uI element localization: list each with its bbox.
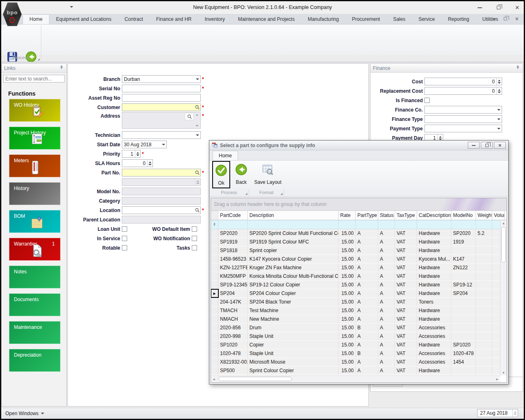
grid-cell[interactable]: 15.00 [339,358,356,366]
grid-cell[interactable]: VAT [395,246,417,255]
column-header-weight[interactable]: Weight [476,211,492,220]
grid-cell[interactable] [476,332,492,340]
ribbon-tab-reporting[interactable]: Reporting [441,15,476,24]
grid-cell[interactable]: Microsoft Mouse [248,358,339,366]
grid-cell[interactable]: 15.00 [339,238,356,246]
spinner-arrows[interactable] [135,150,140,157]
grid-cell[interactable]: Copier [248,341,339,349]
grid-cell[interactable]: A [378,298,395,306]
tasks-checkbox[interactable] [192,245,197,250]
grid-cell[interactable]: Hardware [417,238,451,246]
scroll-arrows[interactable] [194,113,200,128]
grid-cell[interactable]: A [356,366,378,375]
grid-cell[interactable]: New Machine [248,315,339,323]
grid-cell[interactable]: A [378,229,395,237]
grid-cell[interactable] [476,281,492,289]
grid-cell[interactable] [476,272,492,280]
grid-cell[interactable]: 1020-478 [451,349,476,357]
group-by-bar[interactable]: Drag a column header here to group by th… [211,198,507,211]
dialog-group-format[interactable]: Format [249,189,284,196]
sidebar-item-project-history[interactable]: Project History [9,127,61,150]
grid-cell[interactable]: A [378,341,395,349]
table-row[interactable]: 204-147KSP204 Black Toner15.00AAVATToner… [211,298,507,306]
grid-cell[interactable]: 5.2 [476,229,492,237]
ribbon-close-button[interactable]: × [514,16,520,22]
grid-cell[interactable]: A [356,289,378,297]
scrollbar-thumb[interactable] [501,227,506,263]
ribbon-tab-procurement[interactable]: Procurement [346,15,387,24]
grid-cell[interactable] [451,272,476,280]
grid-cell[interactable]: 2020-998 [218,332,248,340]
grid-cell[interactable]: A [356,281,378,289]
sidebar-item-maintenance[interactable]: Maintenance [9,321,61,344]
grid-cell[interactable]: VAT [395,332,417,340]
grid-cell[interactable]: 204-147K [218,298,248,306]
filter-cell-catdescription[interactable] [417,220,451,229]
grid-cell[interactable]: 15.00 [339,289,356,297]
grid-cell[interactable]: VAT [395,229,417,237]
grid-cell[interactable] [451,324,476,332]
grid-cell[interactable] [476,349,492,357]
group-launcher-icon[interactable] [245,193,247,195]
filter-cell-status[interactable] [378,220,395,229]
column-header-modelno[interactable]: ModelNo [451,211,476,220]
grid-cell[interactable]: VAT [395,358,417,366]
pin-icon[interactable] [516,65,520,71]
customer-lookup-input[interactable] [122,103,201,111]
ribbon-tab-maintenance-and-projects[interactable]: Maintenance and Projects [231,15,301,24]
grid-cell[interactable]: A [356,229,378,237]
grid-cell[interactable]: A [356,341,378,349]
grid-cell[interactable]: SP1020 [451,341,476,349]
grid-filter-row[interactable] [211,220,507,229]
ok-button[interactable]: Ok [212,161,230,188]
grid-cell[interactable]: SP1919 Sprint Colour MFC [248,238,339,246]
column-header-description[interactable]: Description [248,211,339,220]
group-launcher-icon[interactable] [38,58,40,60]
ribbon-tab-home[interactable]: Home [22,14,49,24]
grid-cell[interactable]: 1020-478 [218,349,248,357]
grid-cell[interactable]: VAT [395,289,417,297]
grid-cell[interactable]: A [356,298,378,306]
grid-cell[interactable] [476,315,492,323]
save-layout-button[interactable]: Save Layout [254,161,282,188]
dialog-minimize-button[interactable] [468,142,480,149]
table-row[interactable]: TMACHTest Machine15.00AAVATHardware [211,306,507,315]
table-row[interactable]: KZN-122TFBKruger ZN Fax Machine15.00AAVA… [211,264,507,272]
filter-cell-rate[interactable] [339,220,356,229]
grid-cell[interactable]: SP204 [218,289,248,297]
grid-cell[interactable]: SP2020 Sprint Colour Multi Functional Co… [248,229,339,237]
ribbon-tab-inventory[interactable]: Inventory [198,15,231,24]
grid-cell[interactable]: A [356,306,378,315]
grid-cell[interactable] [451,306,476,315]
search-icon[interactable] [194,169,200,176]
grid-cell[interactable]: 15.00 [339,255,356,263]
is-financed-checkbox[interactable] [424,98,430,103]
grid-cell[interactable]: B [356,349,378,357]
in-service-checkbox[interactable] [122,236,127,241]
ribbon-tab-service[interactable]: Service [412,15,441,24]
column-header-parttype[interactable]: PartType [356,211,378,220]
table-row[interactable]: 1458-96523K147 Kyocera Colour Copier15.0… [211,255,507,264]
grid-cell[interactable] [476,298,492,306]
column-header-rate[interactable]: Rate [339,211,356,220]
table-row[interactable]: 1020-478Staple Unit15.00BAVATAccessories… [211,349,507,358]
scroll-left-icon[interactable]: ◄ [211,376,217,382]
grid-cell[interactable]: A [356,255,378,263]
grid-cell[interactable]: 15.00 [339,246,356,255]
grid-cell[interactable]: Test Machine [248,306,339,315]
grid-cell[interactable] [476,289,492,297]
rotable-checkbox[interactable] [122,245,127,250]
search-icon[interactable] [194,104,200,111]
links-search-input[interactable] [3,75,65,83]
spinner-arrows[interactable] [496,78,502,85]
grid-cell[interactable]: A [356,264,378,272]
grid-cell[interactable]: A [356,315,378,323]
grid-cell[interactable] [476,306,492,315]
grid-cell[interactable]: Hardware [417,366,451,375]
grid-cell[interactable]: NMACH [218,315,248,323]
grid-cell[interactable]: Konica Minolta Colour Multi-Functional C… [248,272,339,280]
pin-icon[interactable] [59,65,64,71]
table-row[interactable]: SP500Sprint Colour Copier15.00AAVATHardw… [211,366,507,375]
grid-cell[interactable]: Accessories [417,324,451,332]
table-row[interactable]: KM250MFPKonica Minolta Colour Multi-Func… [211,272,507,281]
